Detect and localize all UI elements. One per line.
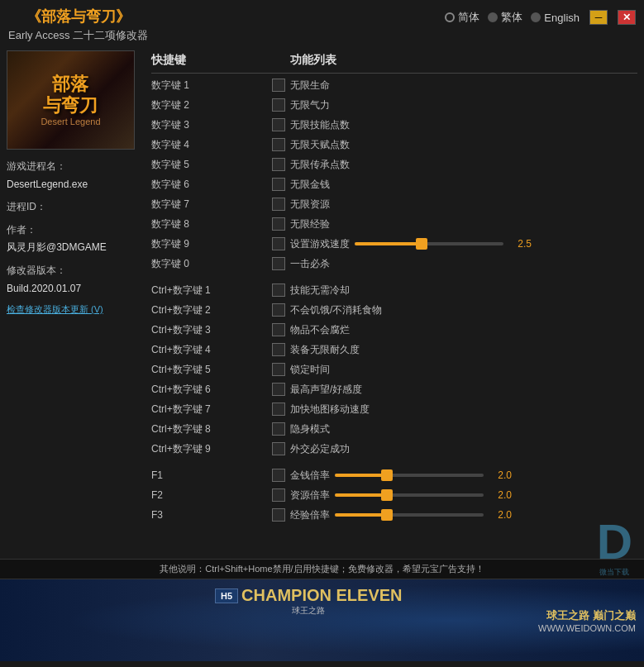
toggle-cell[interactable] (267, 442, 290, 455)
check-update-link[interactable]: 检查修改器版本更新 (V) (7, 304, 103, 314)
feature-cell: 无限传承点数 (290, 158, 637, 172)
title-right: 简体 繁体 English ─ ✕ (445, 10, 636, 25)
toggle-cell[interactable] (267, 198, 290, 211)
table-header: 快捷键 功能列表 (151, 50, 637, 74)
resource-slider-thumb[interactable] (381, 489, 393, 501)
toggle-cell[interactable] (267, 422, 290, 436)
toggle-cell[interactable] (267, 118, 290, 131)
toggle-box[interactable] (272, 98, 285, 112)
toggle-box[interactable] (272, 363, 285, 376)
lang-english[interactable]: English (531, 12, 580, 24)
toggle-cell[interactable] (267, 303, 290, 317)
resource-slider-container[interactable]: 2.0 (335, 489, 637, 501)
lang-jianti-label: 简体 (458, 10, 479, 25)
exp-slider-track[interactable] (335, 513, 484, 517)
toggle-box[interactable] (272, 283, 285, 297)
speed-slider-container[interactable]: 2.5 (355, 238, 637, 250)
toggle-cell[interactable] (267, 158, 290, 171)
toggle-box[interactable] (272, 138, 285, 151)
toggle-box[interactable] (272, 442, 285, 455)
toggle-cell[interactable] (267, 283, 290, 297)
check-update-row[interactable]: 检查修改器版本更新 (V) (7, 301, 138, 319)
toggle-cell[interactable] (267, 237, 290, 250)
exp-slider-thumb[interactable] (381, 509, 393, 521)
toggle-box[interactable] (272, 488, 285, 502)
toggle-cell[interactable] (267, 257, 290, 270)
toggle-cell[interactable] (267, 403, 290, 416)
toggle-cell[interactable] (267, 363, 290, 376)
feature-cell: 隐身模式 (290, 422, 637, 436)
speed-slider-fill (355, 242, 422, 245)
toggle-cell[interactable] (267, 79, 290, 92)
speed-slider-track[interactable] (355, 242, 503, 245)
toggle-box[interactable] (272, 343, 285, 356)
toggle-cell[interactable] (267, 178, 290, 191)
toggle-box[interactable] (272, 303, 285, 317)
toggle-box[interactable] (272, 383, 285, 396)
toggle-cell[interactable] (267, 383, 290, 396)
feature-label: 金钱倍率 (290, 469, 330, 483)
toggle-box[interactable] (272, 79, 285, 92)
exp-slider-container[interactable]: 2.0 (335, 509, 637, 521)
main-container: 部落与弯刀 Desert Legend 游戏进程名： DesertLegend.… (0, 46, 644, 559)
left-panel: 部落与弯刀 Desert Legend 游戏进程名： DesertLegend.… (0, 46, 145, 559)
hotkey-cell: 数字键 1 (151, 79, 267, 93)
bottom-text: 其他说明：Ctrl+Shift+Home禁用/启用快捷键；免费修改器，希望元宝广… (160, 564, 484, 574)
lang-fanti[interactable]: 繁体 (488, 10, 522, 25)
toggle-cell[interactable] (267, 323, 290, 336)
table-row: Ctrl+数字键 8 隐身模式 (151, 419, 637, 439)
toggle-box[interactable] (272, 403, 285, 416)
resource-slider-track[interactable] (335, 493, 484, 497)
version-value: Build.2020.01.07 (7, 283, 81, 294)
toggle-box[interactable] (272, 422, 285, 436)
toggle-box[interactable] (272, 237, 285, 250)
toggle-box[interactable] (272, 323, 285, 336)
toggle-box[interactable] (272, 198, 285, 211)
ad-text-right: 球王之路 巅门之巅 WWW.WEIDOWN.COM (538, 608, 636, 633)
hotkey-cell: Ctrl+数字键 6 (151, 383, 267, 397)
close-button[interactable]: ✕ (618, 10, 636, 25)
hotkey-cell: Ctrl+数字键 2 (151, 303, 267, 317)
table-row: Ctrl+数字键 6 最高声望/好感度 (151, 379, 637, 399)
feature-cell: 资源倍率 2.0 (290, 488, 637, 503)
toggle-box[interactable] (272, 469, 285, 482)
hotkey-cell: 数字键 0 (151, 257, 267, 271)
ad-logo-sub: 球王之路 (292, 605, 325, 617)
ad-banner[interactable]: H5 CHAMPION ELEVEN 球王之路 球王之路 巅门之巅 WWW.WE… (0, 579, 644, 661)
speed-slider-thumb[interactable] (416, 238, 427, 250)
resource-slider-fill (335, 493, 387, 497)
toggle-cell[interactable] (267, 469, 290, 482)
money-slider-container[interactable]: 2.0 (335, 469, 637, 481)
feature-cell: 一击必杀 (290, 257, 637, 271)
toggle-box[interactable] (272, 508, 285, 522)
toggle-box[interactable] (272, 257, 285, 270)
feature-cell: 装备无限耐久度 (290, 343, 637, 357)
toggle-cell[interactable] (267, 488, 290, 502)
section-gap (151, 274, 637, 280)
hotkey-cell: 数字键 4 (151, 138, 267, 152)
game-subtitle: Early Access 二十二项修改器 (8, 28, 148, 43)
watermark-text: 微当下载 (597, 567, 632, 578)
hotkey-cell: Ctrl+数字键 1 (151, 283, 267, 298)
money-slider-track[interactable] (335, 474, 484, 477)
money-slider-value: 2.0 (489, 469, 512, 481)
toggle-cell[interactable] (267, 508, 290, 522)
minimize-button[interactable]: ─ (589, 10, 608, 25)
lang-jianti[interactable]: 简体 (445, 10, 479, 25)
toggle-cell[interactable] (267, 217, 290, 231)
toggle-box[interactable] (272, 158, 285, 171)
toggle-cell[interactable] (267, 138, 290, 151)
toggle-cell[interactable] (267, 98, 290, 112)
feature-label: 设置游戏速度 (290, 237, 350, 251)
hotkey-cell: F1 (151, 469, 267, 481)
pid-row: 进程ID： (7, 198, 138, 217)
toggle-box[interactable] (272, 178, 285, 191)
money-slider-thumb[interactable] (381, 469, 393, 481)
toggle-box[interactable] (272, 118, 285, 131)
table-row: 数字键 9 设置游戏速度 2.5 (151, 234, 637, 254)
radio-jianti (445, 12, 455, 22)
toggle-box[interactable] (272, 217, 285, 231)
table-row: F2 资源倍率 2.0 (151, 485, 637, 505)
title-bar: 《部落与弯刀》 Early Access 二十二项修改器 简体 繁体 Engli… (0, 0, 644, 46)
toggle-cell[interactable] (267, 343, 290, 356)
